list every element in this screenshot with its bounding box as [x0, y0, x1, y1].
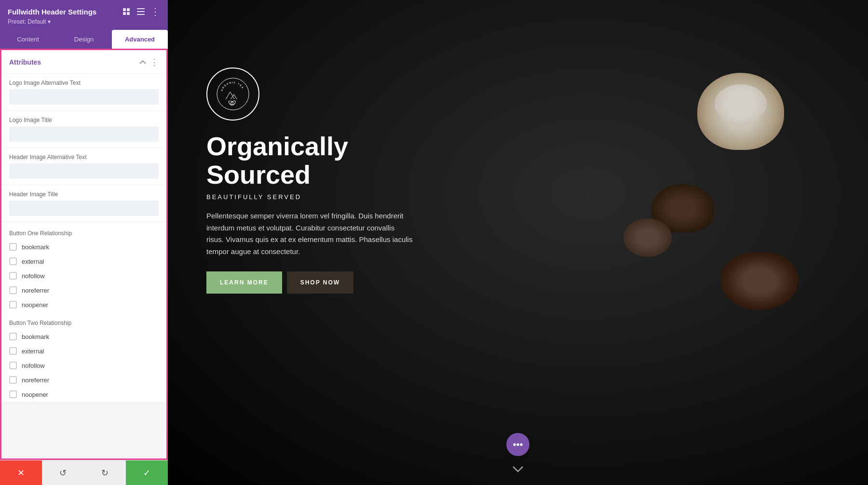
hero-subtitle: BEAUTIFULLY SERVED: [206, 193, 448, 201]
collapse-icon[interactable]: [139, 58, 146, 67]
btn-two-bookmark-label: bookmark: [22, 333, 49, 340]
btn-one-bookmark[interactable]: bookmark: [1, 240, 166, 254]
tea-pile-2-decoration: [721, 252, 798, 310]
btn-two-noreferrer-label: noreferrer: [22, 377, 49, 384]
header-img-title-label: Header Image Title: [9, 191, 159, 198]
btn-two-nofollow-label: nofollow: [22, 362, 45, 369]
btn-one-external-checkbox[interactable]: [9, 257, 17, 265]
btn-one-noopener-label: noopener: [22, 301, 48, 309]
btn-one-bookmark-checkbox[interactable]: [9, 243, 17, 251]
learn-more-button[interactable]: LEARN MORE: [206, 271, 282, 294]
panel-title: Fullwidth Header Settings: [8, 8, 96, 16]
more-options-icon[interactable]: ⋮: [150, 7, 160, 16]
grid-icon[interactable]: [122, 7, 131, 16]
logo-alt-label: Logo Image Alternative Text: [9, 80, 159, 86]
btn-two-noreferrer-checkbox[interactable]: [9, 376, 17, 384]
tab-content[interactable]: Content: [0, 30, 56, 49]
btn-two-external-checkbox[interactable]: [9, 347, 17, 355]
section-header-icons: ⋮: [139, 57, 159, 67]
btn-one-external[interactable]: external: [1, 254, 166, 269]
header-img-alt-field: Header Image Alternative Text: [1, 148, 166, 185]
tea-pile-3-decoration: [624, 218, 672, 257]
btn-two-relationship-section: Button Two Relationship bookmark externa…: [1, 312, 166, 402]
svg-rect-6: [137, 14, 145, 15]
svg-text:ORGANIC TEA: ORGANIC TEA: [221, 81, 244, 92]
svg-rect-3: [127, 12, 130, 15]
header-img-alt-label: Header Image Alternative Text: [9, 154, 159, 161]
tab-advanced[interactable]: Advanced: [112, 30, 168, 49]
attributes-section: Attributes ⋮ Logo Image Alternative Text…: [1, 50, 166, 402]
btn-two-noopener[interactable]: noopener: [1, 387, 166, 402]
logo-title-input[interactable]: [9, 126, 159, 142]
svg-rect-5: [137, 11, 145, 12]
logo-alt-input[interactable]: [9, 89, 159, 105]
btn-one-nofollow-checkbox[interactable]: [9, 272, 17, 280]
logo-alt-field: Logo Image Alternative Text: [1, 74, 166, 111]
logo-title-label: Logo Image Title: [9, 117, 159, 123]
btn-one-bookmark-label: bookmark: [22, 243, 49, 251]
tab-design[interactable]: Design: [56, 30, 112, 49]
btn-one-relationship-section: Button One Relationship bookmark externa…: [1, 222, 166, 312]
header-img-title-field: Header Image Title: [1, 185, 166, 222]
btn-one-nofollow-label: nofollow: [22, 272, 45, 280]
svg-rect-1: [127, 8, 130, 11]
fab-dots-icon: •••: [513, 439, 523, 450]
panel-content: Attributes ⋮ Logo Image Alternative Text…: [0, 49, 168, 460]
hero-title: Organically Sourced: [206, 132, 448, 189]
columns-icon[interactable]: [136, 7, 146, 16]
header-img-title-input[interactable]: [9, 201, 159, 216]
btn-two-bookmark-checkbox[interactable]: [9, 333, 17, 340]
btn-one-noopener-checkbox[interactable]: [9, 301, 17, 309]
hero-buttons: LEARN MORE SHOP NOW: [206, 271, 448, 294]
preset-row[interactable]: Preset: Default ▾: [8, 18, 160, 25]
btn-two-bookmark[interactable]: bookmark: [1, 329, 166, 344]
save-button[interactable]: ✓: [126, 460, 168, 485]
btn-one-noreferrer-checkbox[interactable]: [9, 286, 17, 294]
shop-now-button[interactable]: SHOP NOW: [287, 271, 353, 294]
panel-toolbar: ✕ ↺ ↻ ✓: [0, 460, 168, 485]
redo-icon: ↻: [101, 468, 108, 478]
fab-button[interactable]: •••: [506, 433, 529, 456]
save-icon: ✓: [143, 468, 150, 478]
redo-button[interactable]: ↻: [84, 460, 126, 485]
preset-label: Preset: Default: [8, 18, 46, 25]
btn-two-nofollow-checkbox[interactable]: [9, 362, 17, 369]
preset-arrow: ▾: [48, 18, 51, 25]
btn-one-noreferrer[interactable]: noreferrer: [1, 283, 166, 297]
section-menu-icon[interactable]: ⋮: [150, 57, 159, 67]
panel-header: Fullwidth Header Settings ⋮ Preset: Defa…: [0, 0, 168, 30]
section-title: Attributes: [9, 58, 41, 66]
btn-two-noreferrer[interactable]: noreferrer: [1, 373, 166, 387]
btn-two-relationship-label: Button Two Relationship: [1, 314, 166, 329]
logo-title-field: Logo Image Title: [1, 111, 166, 148]
btn-two-external[interactable]: external: [1, 344, 166, 358]
hero-body: Pellentesque semper viverra lorem vel fr…: [206, 210, 414, 258]
undo-button[interactable]: ↺: [42, 460, 84, 485]
btn-one-relationship-label: Button One Relationship: [1, 224, 166, 240]
btn-one-nofollow[interactable]: nofollow: [1, 269, 166, 283]
btn-one-external-label: external: [22, 258, 44, 265]
cancel-icon: ✕: [17, 468, 25, 478]
btn-two-noopener-label: noopener: [22, 391, 48, 398]
tea-bowl-decoration: [697, 73, 784, 150]
btn-one-checkbox-list: bookmark external nofollow noreferrer: [1, 240, 166, 312]
settings-panel: Fullwidth Header Settings ⋮ Preset: Defa…: [0, 0, 168, 485]
panel-header-icons: ⋮: [122, 7, 160, 16]
btn-one-noreferrer-label: noreferrer: [22, 287, 49, 294]
btn-two-external-label: external: [22, 348, 44, 355]
btn-two-nofollow[interactable]: nofollow: [1, 358, 166, 373]
preview-area: ORGANIC TEA Organically Sourced BEAUTIFU…: [168, 0, 868, 485]
undo-icon: ↺: [59, 468, 67, 478]
btn-one-noopener[interactable]: noopener: [1, 297, 166, 312]
svg-rect-4: [137, 8, 145, 9]
header-img-alt-input[interactable]: [9, 163, 159, 179]
hero-content: ORGANIC TEA Organically Sourced BEAUTIFU…: [206, 67, 448, 294]
svg-rect-2: [123, 12, 126, 15]
btn-two-noopener-checkbox[interactable]: [9, 391, 17, 398]
panel-tabs: Content Design Advanced: [0, 30, 168, 49]
section-header: Attributes ⋮: [1, 50, 166, 74]
cancel-button[interactable]: ✕: [0, 460, 42, 485]
logo-svg: ORGANIC TEA: [216, 77, 250, 111]
scroll-down-icon[interactable]: [512, 463, 524, 475]
logo-circle: ORGANIC TEA: [206, 67, 259, 121]
